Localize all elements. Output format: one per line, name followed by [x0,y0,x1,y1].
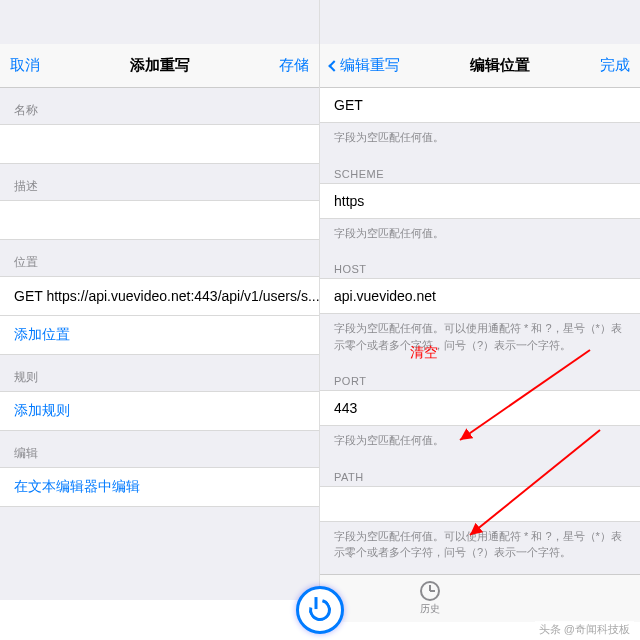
add-location-button[interactable]: 添加位置 [0,315,319,355]
power-button[interactable] [296,586,344,634]
scheme-note: 字段为空匹配任何值。 [320,219,640,252]
page-title: 编辑位置 [470,56,530,75]
edit-location-screen: 编辑重写 编辑位置 完成 GET 字段为空匹配任何值。 SCHEME https… [320,0,640,600]
tab-history-label: 历史 [420,602,440,616]
page-title: 添加重写 [130,56,190,75]
method-input[interactable]: GET [320,88,640,123]
done-button[interactable]: 完成 [600,56,630,75]
port-input[interactable]: 443 [320,390,640,426]
chevron-left-icon [328,60,339,71]
section-rule-label: 规则 [0,355,319,392]
back-label: 编辑重写 [340,56,400,75]
tab-bar: 历史 [320,574,640,622]
clock-icon [420,581,440,601]
section-location-label: 位置 [0,240,319,277]
method-note: 字段为空匹配任何值。 [320,123,640,156]
back-button[interactable]: 编辑重写 [330,56,400,75]
tab-history[interactable]: 历史 [420,581,440,616]
location-item[interactable]: GET https://api.vuevideo.net:443/api/v1/… [0,276,319,316]
nav-bar: 编辑重写 编辑位置 完成 [320,44,640,88]
status-bar [320,0,640,22]
host-label: HOST [320,251,640,279]
host-note: 字段为空匹配任何值。可以使用通配符 * 和 ?，星号（*）表示零个或者多个字符，… [320,314,640,363]
add-rule-button[interactable]: 添加规则 [0,391,319,431]
cancel-button[interactable]: 取消 [10,56,40,75]
section-desc-label: 描述 [0,164,319,201]
host-input[interactable]: api.vuevideo.net [320,278,640,314]
save-button[interactable]: 存储 [279,56,309,75]
path-label: PATH [320,459,640,487]
scheme-input[interactable]: https [320,183,640,219]
edit-in-text-button[interactable]: 在文本编辑器中编辑 [0,467,319,507]
status-bar [0,0,319,22]
scheme-label: SCHEME [320,156,640,184]
port-note: 字段为空匹配任何值。 [320,426,640,459]
desc-input[interactable] [0,200,319,240]
name-input[interactable] [0,124,319,164]
port-label: PORT [320,363,640,391]
power-icon [305,595,335,625]
add-rewrite-screen: 取消 添加重写 存储 名称 描述 位置 GET https://api.vuev… [0,0,320,600]
path-input[interactable] [320,486,640,522]
path-note: 字段为空匹配任何值。可以使用通配符 * 和 ?，星号（*）表示零个或者多个字符，… [320,522,640,571]
section-name-label: 名称 [0,88,319,125]
nav-bar: 取消 添加重写 存储 [0,44,319,88]
watermark: 头条 @奇闻科技板 [535,621,634,638]
section-edit-label: 编辑 [0,431,319,468]
